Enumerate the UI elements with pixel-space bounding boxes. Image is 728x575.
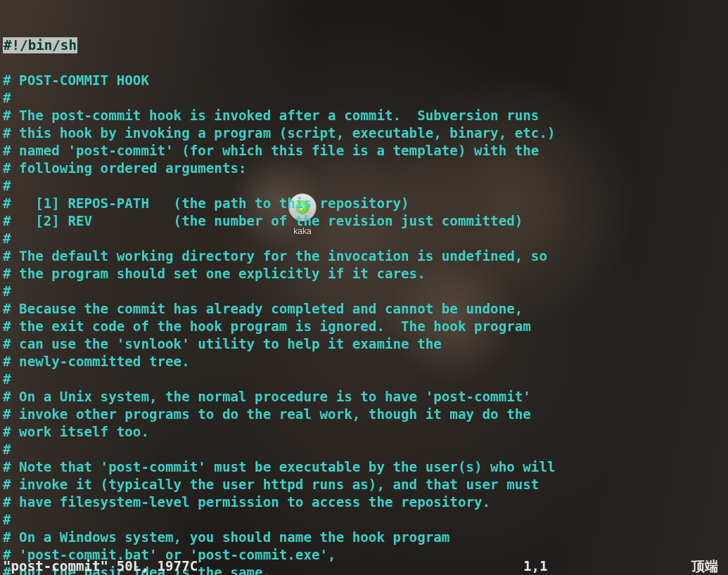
code-line: #	[3, 441, 11, 458]
code-line: #	[3, 178, 11, 194]
code-line: # invoke other programs to do the real w…	[3, 406, 531, 422]
code-line: # On a Unix system, the normal procedure…	[3, 389, 531, 405]
editor-content: #!/bin/sh # POST-COMMIT HOOK # # The pos…	[3, 37, 728, 575]
code-line: # can use the 'svnlook' utility to help …	[3, 336, 442, 352]
code-line: # invoke it (typically the user httpd ru…	[3, 477, 539, 493]
code-line: # On a Windows system, you should name t…	[3, 529, 449, 545]
code-line: #	[3, 371, 11, 387]
terminal-viewport[interactable]: #!/bin/sh # POST-COMMIT HOOK # # The pos…	[0, 0, 728, 575]
code-line: # the exit code of the hook program is i…	[3, 318, 531, 335]
code-line: # The default working directory for the …	[3, 248, 547, 264]
code-line: # POST-COMMIT HOOK	[3, 72, 149, 89]
code-line: # following ordered arguments:	[3, 160, 247, 176]
status-file: "post-commit" 50L, 1977C	[3, 557, 198, 575]
code-line: # named 'post-commit' (for which this fi…	[3, 143, 539, 159]
code-line: # newly-committed tree.	[3, 354, 190, 370]
code-line: # Note that 'post-commit' must be execut…	[3, 459, 556, 475]
code-line: #	[3, 283, 11, 299]
code-line: # this hook by invoking a program (scrip…	[3, 125, 556, 141]
code-line: # [2] REV (the number of the revision ju…	[3, 213, 523, 229]
status-scroll: 顶端	[691, 557, 718, 575]
code-line: # [1] REPOS-PATH (the path to this repos…	[3, 195, 409, 212]
status-cursor-position: 1,1	[523, 557, 548, 575]
vim-status-line: "post-commit" 50L, 1977C 1,1 顶端	[3, 557, 725, 575]
code-line: # have filesystem-level permission to ac…	[3, 494, 490, 510]
shebang-line: #!/bin/sh	[3, 37, 77, 53]
code-line: # The post-commit hook is invoked after …	[3, 108, 539, 124]
code-line: # Because the commit has already complet…	[3, 301, 523, 317]
code-line: #	[3, 512, 11, 528]
code-line: #	[3, 231, 11, 247]
code-line: # the program should set one explicitly …	[3, 266, 426, 282]
code-line: #	[3, 90, 11, 106]
code-line: # work itself too.	[3, 424, 149, 440]
